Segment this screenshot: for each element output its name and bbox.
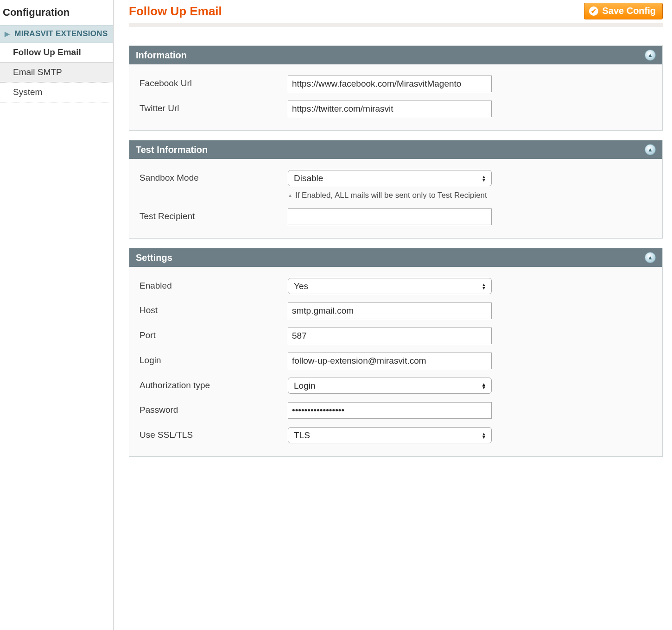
test-recipient-input[interactable] (288, 208, 492, 225)
collapse-icon[interactable]: ▲ (645, 50, 656, 61)
panel-information-header[interactable]: Information ▲ (129, 46, 662, 64)
facebook-url-input[interactable] (288, 76, 492, 92)
sidebar-category-mirasvit[interactable]: ▶ MIRASVIT EXTENSIONS (0, 25, 113, 43)
panel-settings-header[interactable]: Settings ▲ (129, 248, 662, 267)
page-header: Follow Up Email ✔ Save Config (129, 3, 663, 22)
twitter-url-input[interactable] (288, 101, 492, 117)
disclosure-triangle-icon: ▶ (5, 30, 10, 38)
twitter-url-label: Twitter Url (139, 101, 288, 113)
sandbox-mode-label: Sandbox Mode (139, 170, 288, 183)
collapse-icon[interactable]: ▲ (645, 252, 656, 263)
sidebar-item-system[interactable]: System (0, 82, 113, 102)
sidebar: Configuration ▶ MIRASVIT EXTENSIONS Foll… (0, 0, 114, 630)
facebook-url-label: Facebook Url (139, 76, 288, 88)
enabled-label: Enabled (139, 278, 288, 291)
sandbox-mode-select[interactable]: Disable (288, 170, 492, 186)
auth-type-select[interactable]: Login (288, 378, 492, 394)
host-label: Host (139, 302, 288, 315)
sidebar-title: Configuration (0, 0, 113, 25)
login-label: Login (139, 353, 288, 365)
panel-settings: Settings ▲ Enabled Yes ▲▼ (129, 248, 663, 457)
login-input[interactable] (288, 353, 492, 369)
sidebar-item-label: Email SMTP (13, 67, 62, 77)
sidebar-item-label: Follow Up Email (13, 47, 81, 57)
ssl-label: Use SSL/TLS (139, 427, 288, 440)
password-input[interactable] (288, 402, 492, 419)
panel-title: Settings (136, 252, 172, 263)
sidebar-item-email-smtp[interactable]: Email SMTP (0, 63, 113, 82)
main-content: Follow Up Email ✔ Save Config Informatio… (114, 0, 672, 630)
hint-triangle-icon: ▲ (288, 193, 292, 198)
sidebar-item-label: System (13, 87, 42, 97)
header-divider (129, 23, 663, 27)
check-icon: ✔ (589, 6, 598, 16)
save-config-button[interactable]: ✔ Save Config (584, 3, 663, 19)
password-label: Password (139, 402, 288, 415)
panel-test-header[interactable]: Test Information ▲ (129, 140, 662, 159)
host-input[interactable] (288, 302, 492, 319)
panel-test-information: Test Information ▲ Sandbox Mode Disable … (129, 140, 663, 239)
panel-information: Information ▲ Facebook Url Twitter Url (129, 45, 663, 131)
panel-title: Test Information (136, 145, 208, 155)
sandbox-mode-hint: ▲If Enabled, ALL mails will be sent only… (288, 191, 492, 200)
ssl-select[interactable]: TLS (288, 427, 492, 443)
test-recipient-label: Test Recipient (139, 208, 288, 221)
panel-title: Information (136, 50, 187, 61)
page-title: Follow Up Email (129, 4, 222, 19)
collapse-icon[interactable]: ▲ (645, 144, 656, 155)
sidebar-item-follow-up-email[interactable]: Follow Up Email (0, 43, 113, 63)
auth-type-label: Authorization type (139, 378, 288, 391)
save-button-label: Save Config (602, 6, 656, 16)
port-label: Port (139, 328, 288, 340)
port-input[interactable] (288, 328, 492, 344)
sidebar-category-label: MIRASVIT EXTENSIONS (14, 29, 108, 38)
enabled-select[interactable]: Yes (288, 278, 492, 294)
